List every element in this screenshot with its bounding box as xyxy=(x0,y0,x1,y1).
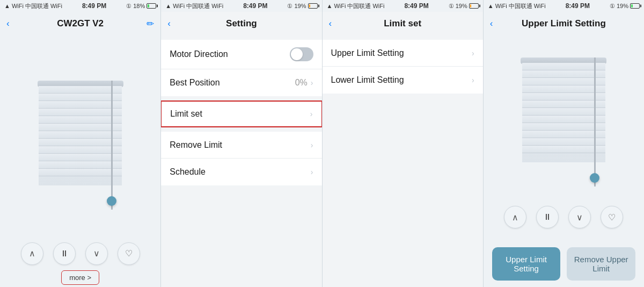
upper-limit-panel: ▲ WiFi 中国联通 WiFi 8:49 PM ① 19% ‹ Upper L… xyxy=(484,0,644,287)
back-button-3[interactable]: ‹ xyxy=(329,18,332,29)
remove-upper-limit-button[interactable]: Remove Upper Limit xyxy=(567,247,635,281)
best-position-label: Best Position xyxy=(170,78,219,88)
header-3: ‹ Limit set xyxy=(323,12,483,35)
menu-item-lower-limit[interactable]: Lower Limit Setting › xyxy=(323,67,483,94)
time-1: 8:49 PM xyxy=(82,2,106,10)
limit-set-panel: ▲ WiFi 中国联通 WiFi 8:49 PM ① 19% ‹ Limit s… xyxy=(323,0,484,287)
blind-slat xyxy=(522,138,605,146)
signal-icon-2: ▲ xyxy=(165,3,171,9)
up-button-1[interactable]: ∧ xyxy=(21,242,43,265)
menu-item-best-position[interactable]: Best Position 0% › xyxy=(161,69,321,96)
down-button-4[interactable]: ∨ xyxy=(568,206,591,228)
battery-fill-3 xyxy=(470,4,472,8)
back-button-2[interactable]: ‹ xyxy=(167,18,171,29)
blind-cord-1 xyxy=(111,81,113,210)
menu-section-other: Remove Limit › Schedule › xyxy=(161,132,321,185)
blind-slat xyxy=(39,146,122,154)
status-right-3: ① 19% xyxy=(449,3,479,10)
carrier-4: 中国联通 WiFi xyxy=(509,2,546,10)
back-button-4[interactable]: ‹ xyxy=(490,18,493,29)
menu-list-3: Upper Limit Setting › Lower Limit Settin… xyxy=(323,35,483,287)
heart-button-4[interactable]: ♡ xyxy=(601,206,623,228)
carrier-1: 中国联通 WiFi xyxy=(25,2,62,10)
blind-area-1 xyxy=(0,35,160,244)
blind-container-4 xyxy=(521,58,606,176)
blind-fabric-1 xyxy=(39,86,122,185)
menu-item-motor-direction[interactable]: Motor Direction xyxy=(161,40,321,69)
best-position-chevron: › xyxy=(311,78,313,87)
limit-set-chevron: › xyxy=(310,110,313,118)
blind-fabric-4 xyxy=(522,63,605,162)
blind-slat xyxy=(39,169,122,176)
upper-limit-setting-button[interactable]: Upper Limit Setting xyxy=(492,247,561,281)
blind-slat xyxy=(522,116,605,123)
battery-fill-1 xyxy=(148,4,149,8)
blind-slat xyxy=(522,108,605,116)
blind-slat xyxy=(522,101,605,108)
battery-percent-2: ① 19% xyxy=(287,3,306,10)
blind-slat xyxy=(39,161,122,169)
edit-button-1[interactable]: ✏ xyxy=(147,18,154,30)
heart-button-1[interactable]: ♡ xyxy=(118,242,140,265)
remove-limit-chevron: › xyxy=(311,141,313,149)
page-title-3: Limit set xyxy=(384,18,421,29)
action-buttons-4: Upper Limit Setting Remove Upper Limit xyxy=(484,241,644,287)
motor-direction-right xyxy=(290,47,313,61)
home-panel: ▲ WiFi 中国联通 WiFi 8:49 PM ① 18% ‹ CW2GT V… xyxy=(0,0,161,287)
battery-fill-4 xyxy=(631,4,633,8)
blind-area-4 xyxy=(484,35,644,198)
status-right-1: ① 18% xyxy=(126,3,156,10)
blind-slat xyxy=(39,94,122,101)
wifi-icon-1: WiFi xyxy=(12,3,24,9)
remove-limit-label: Remove Limit xyxy=(170,140,222,150)
status-left-4: ▲ WiFi 中国联通 WiFi xyxy=(488,2,546,10)
wifi-icon-2: WiFi xyxy=(173,3,185,9)
status-left-2: ▲ WiFi 中国联通 WiFi xyxy=(165,2,223,10)
blind-knob-4[interactable] xyxy=(590,173,599,183)
blind-slat xyxy=(522,63,605,70)
down-button-1[interactable]: ∨ xyxy=(85,242,108,265)
menu-item-upper-limit[interactable]: Upper Limit Setting › xyxy=(323,40,483,67)
blind-slat xyxy=(39,101,122,109)
blind-slat xyxy=(522,85,605,93)
menu-item-schedule[interactable]: Schedule › xyxy=(161,159,321,185)
page-title-1: CW2GT V2 xyxy=(57,18,104,29)
status-right-4: ① 19% xyxy=(610,3,640,10)
blind-slat xyxy=(39,124,122,131)
battery-icon-2 xyxy=(308,3,318,9)
schedule-chevron: › xyxy=(311,168,313,176)
signal-icon-1: ▲ xyxy=(4,3,10,9)
menu-section-limit: Limit set › xyxy=(161,101,321,127)
blind-slat xyxy=(39,154,122,161)
blind-knob-1[interactable] xyxy=(107,196,116,206)
wifi-icon-3: WiFi xyxy=(334,3,346,9)
more-button[interactable]: more > xyxy=(61,270,99,285)
header-1: ‹ CW2GT V2 ✏ xyxy=(0,12,160,35)
bottom-controls-4: ∧ ⏸ ∨ ♡ xyxy=(484,198,644,241)
schedule-label: Schedule xyxy=(170,167,206,177)
status-right-2: ① 19% xyxy=(287,3,317,10)
pause-button-4[interactable]: ⏸ xyxy=(536,206,559,228)
back-button-1[interactable]: ‹ xyxy=(6,18,10,29)
schedule-right: › xyxy=(311,168,313,176)
up-button-4[interactable]: ∧ xyxy=(504,206,526,228)
lower-limit-label: Lower Limit Setting xyxy=(331,75,404,85)
upper-limit-right: › xyxy=(472,49,474,58)
time-4: 8:49 PM xyxy=(566,2,590,10)
blind-slat xyxy=(522,123,605,131)
motor-direction-toggle[interactable] xyxy=(290,47,313,61)
upper-limit-chevron: › xyxy=(472,49,474,58)
battery-percent-3: ① 19% xyxy=(449,3,467,10)
blind-cord-4 xyxy=(594,58,596,186)
header-4: ‹ Upper Limit Setting xyxy=(484,12,644,35)
menu-item-remove-limit[interactable]: Remove Limit › xyxy=(161,132,321,159)
battery-icon-3 xyxy=(469,3,479,9)
page-title-4: Upper Limit Setting xyxy=(522,18,606,29)
page-title-2: Setting xyxy=(226,18,257,29)
best-position-value: 0% xyxy=(295,78,308,88)
pause-button-1[interactable]: ⏸ xyxy=(53,242,76,265)
control-buttons-4: ∧ ⏸ ∨ ♡ xyxy=(504,206,623,228)
blind-slat xyxy=(522,70,605,78)
menu-item-limit-set[interactable]: Limit set › xyxy=(161,101,322,127)
blind-container-1 xyxy=(38,81,123,199)
